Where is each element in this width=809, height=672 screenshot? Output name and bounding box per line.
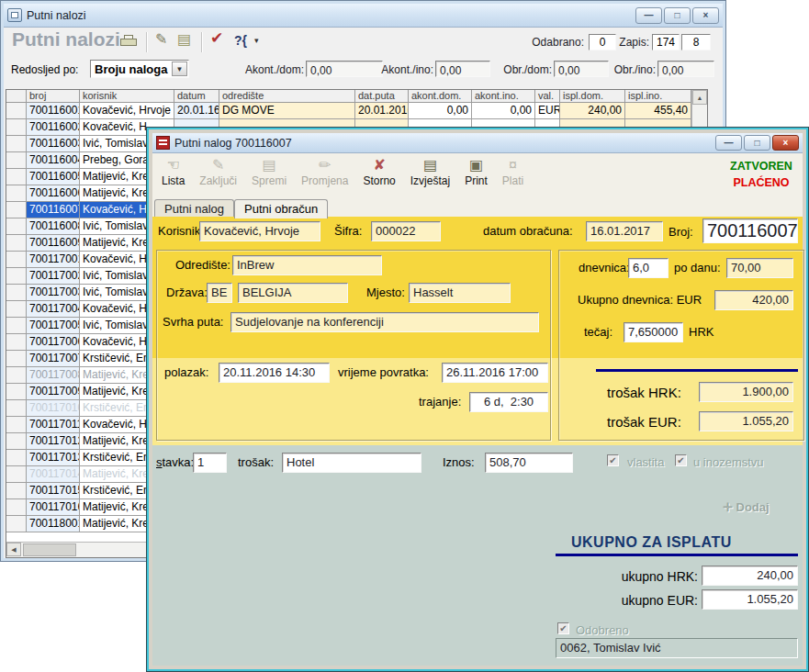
cell-ispl_dom[interactable]: 240,00	[560, 103, 625, 119]
column-header-akont_dom[interactable]: akont.dom.	[409, 90, 472, 103]
cell-broj[interactable]: 700117016	[27, 499, 80, 516]
cell-broj[interactable]: 700117005	[27, 318, 80, 334]
odrediste-field[interactable]: InBrew	[232, 255, 382, 275]
row-selector[interactable]	[6, 103, 27, 119]
cell-broj[interactable]: 700116007	[27, 202, 80, 218]
row-selector[interactable]	[6, 268, 27, 285]
svrha-field[interactable]: Sudjelovanje na konferenciji	[230, 312, 539, 332]
column-header-korisnik[interactable]: korisnik	[80, 90, 174, 103]
row-selector[interactable]	[6, 499, 27, 516]
drzava-name-field[interactable]: BELGIJA	[238, 283, 348, 303]
cell-broj[interactable]: 700117013	[27, 450, 80, 466]
cell-broj[interactable]: 700116003	[27, 136, 80, 152]
cell-broj[interactable]: 700117001	[27, 252, 80, 268]
row-selector[interactable]	[6, 169, 27, 185]
row-selector[interactable]	[6, 433, 27, 450]
column-header-ispl_dom[interactable]: ispl.dom.	[560, 90, 625, 103]
toolbar-button-lista[interactable]: ☜Lista	[158, 155, 188, 189]
po-danu-field[interactable]: 70,00	[726, 258, 793, 278]
toolbar-button-print[interactable]: ▣Print	[461, 155, 491, 189]
column-header-odrediste[interactable]: odredište	[219, 90, 355, 103]
tab-putni-obracun[interactable]: Putni obračun	[234, 199, 328, 218]
cell-datum[interactable]: 20.01.16	[174, 103, 219, 119]
row-selector[interactable]	[6, 384, 27, 400]
row-selector[interactable]	[6, 450, 27, 466]
row-selector[interactable]	[6, 367, 27, 384]
column-header-val[interactable]: val.	[535, 90, 560, 103]
tecaj-field[interactable]: 7,650000	[624, 322, 683, 342]
row-selector[interactable]	[6, 285, 27, 301]
trosak-field[interactable]: Hotel	[282, 453, 421, 473]
row-selector[interactable]	[6, 152, 27, 169]
row-selector[interactable]	[6, 334, 27, 351]
drzava-code-field[interactable]: BE	[207, 283, 232, 303]
cell-korisnik[interactable]: Kovačević, Hrvoje	[80, 103, 174, 119]
cell-broj[interactable]: 700117010	[27, 400, 80, 417]
cell-broj[interactable]: 700117006	[27, 334, 80, 351]
stavka-field[interactable]: 1	[193, 453, 227, 473]
row-selector[interactable]	[6, 218, 27, 235]
korisnik-field[interactable]: Kovačević, Hrvoje	[199, 221, 320, 241]
cell-broj[interactable]: 700117004	[27, 301, 80, 318]
row-selector[interactable]	[6, 417, 27, 433]
cell-broj[interactable]: 700117007	[27, 351, 80, 367]
obr-ino-field[interactable]: 0,00	[657, 61, 714, 77]
column-header-ispl_ino[interactable]: ispl.ino.	[625, 90, 691, 103]
dialog-titlebar[interactable]: Putni nalog 700116007 — □ ×	[152, 133, 803, 153]
povratak-field[interactable]: 26.11.2016 17:00	[442, 363, 548, 383]
cell-broj[interactable]: 700117011	[27, 417, 80, 433]
cell-broj[interactable]: 700117014	[27, 466, 80, 483]
order-by-combobox[interactable]: Broju naloga ▼	[90, 60, 189, 78]
cell-broj[interactable]: 700116009	[27, 235, 80, 252]
column-header-akont_ino[interactable]: akont.ino.	[472, 90, 535, 103]
edit-document-icon[interactable]: ✎	[155, 31, 167, 48]
cell-broj[interactable]: 700116005	[27, 169, 80, 185]
row-selector[interactable]	[6, 185, 27, 202]
scroll-up-icon[interactable]: ▲	[692, 90, 707, 105]
iznos-field[interactable]: 508,70	[485, 453, 573, 473]
table-row[interactable]: 700116001Kovačević, Hrvoje20.01.16DG MOV…	[6, 103, 707, 119]
row-selector[interactable]	[6, 318, 27, 334]
print-icon[interactable]	[120, 35, 137, 48]
dnevnica-field[interactable]: 6,0	[628, 258, 669, 278]
cell-broj[interactable]: 700117015	[27, 483, 80, 499]
help-icon[interactable]: ?{	[234, 33, 247, 48]
cell-broj[interactable]: 700116006	[27, 185, 80, 202]
list-window-titlebar[interactable]: Putni nalozi — □ ×	[4, 4, 723, 28]
cell-broj[interactable]: 700118001	[27, 516, 80, 532]
check-icon[interactable]: ✔	[210, 30, 223, 47]
column-header-broj[interactable]: broj	[27, 90, 80, 103]
maximize-button[interactable]: □	[664, 7, 691, 24]
cell-ispl_ino[interactable]: 455,40	[625, 103, 691, 119]
archive-icon[interactable]: ▤	[177, 31, 191, 48]
toolbar-button-storno[interactable]: ✘Storno	[359, 155, 399, 189]
row-selector[interactable]	[6, 252, 27, 268]
row-selector[interactable]	[6, 483, 27, 499]
row-selector[interactable]	[6, 202, 27, 218]
cell-broj[interactable]: 700117012	[27, 433, 80, 450]
chevron-down-icon[interactable]: ▾	[254, 36, 259, 45]
cell-akont_dom[interactable]: 0,00	[409, 103, 472, 119]
cell-broj[interactable]: 700116004	[27, 152, 80, 169]
cell-dat_puta[interactable]: 20.01.2016	[355, 103, 409, 119]
row-selector[interactable]	[6, 235, 27, 252]
cell-akont_ino[interactable]: 0,00	[472, 103, 535, 119]
cell-broj[interactable]: 700116001	[27, 103, 80, 119]
close-button[interactable]: ×	[692, 7, 719, 24]
row-selector[interactable]	[6, 301, 27, 318]
scrollbar-thumb[interactable]	[23, 543, 76, 556]
row-selector[interactable]	[6, 400, 27, 417]
cell-broj[interactable]: 700116002	[27, 119, 80, 136]
cell-broj[interactable]: 700117009	[27, 384, 80, 400]
toolbar-button-izvje-taj[interactable]: ▤Izvještaj	[407, 155, 454, 189]
minimize-button[interactable]: —	[635, 7, 662, 24]
cell-odrediste[interactable]: DG MOVE	[219, 103, 355, 119]
combo-arrow-icon[interactable]: ▼	[172, 62, 187, 76]
cell-broj[interactable]: 700116008	[27, 218, 80, 235]
tab-putni-nalog[interactable]: Putni nalog	[154, 199, 234, 217]
cell-broj[interactable]: 700117008	[27, 367, 80, 384]
sifra-field[interactable]: 000022	[371, 221, 441, 241]
row-selector[interactable]	[6, 466, 27, 483]
dodaj-button[interactable]: ✛ Dodaj	[723, 500, 770, 514]
cell-val[interactable]: EUR	[535, 103, 560, 119]
